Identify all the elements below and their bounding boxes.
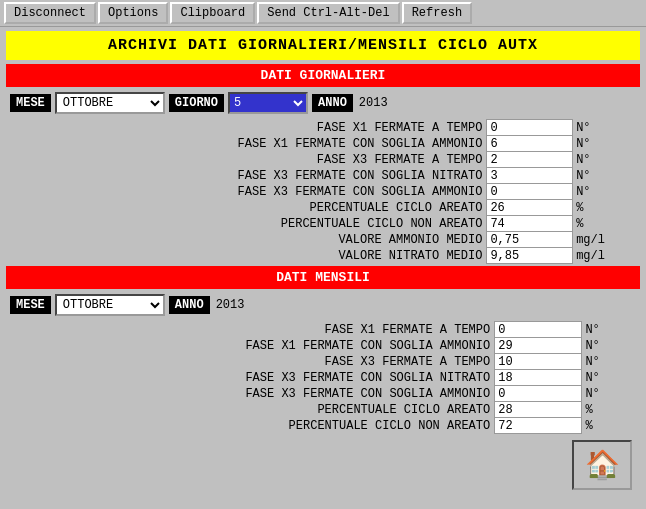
row-label: FASE X1 FERMATE CON SOGLIA AMMONIO: [6, 338, 495, 354]
row-value: 74: [487, 216, 573, 232]
row-unit: %: [573, 216, 640, 232]
table-row: PERCENTUALE CICLO NON AREATO 74 %: [6, 216, 640, 232]
anno-value-g: 2013: [357, 96, 388, 110]
mensili-header: DATI MENSILI: [6, 266, 640, 289]
mese-select-m[interactable]: OTTOBRE GENNAIOFEBBRAIOMARZO APRILEMAGGI…: [55, 294, 165, 316]
giornalieri-section: DATI GIORNALIERI MESE OTTOBRE GENNAIOFEB…: [6, 64, 640, 264]
row-value: 2: [487, 152, 573, 168]
giorno-select[interactable]: 5 1234 678910 1112131415 1617181920 2122…: [228, 92, 308, 114]
row-value: 10: [495, 354, 582, 370]
table-row: PERCENTUALE CICLO AREATO 26 %: [6, 200, 640, 216]
row-label: PERCENTUALE CICLO NON AREATO: [6, 216, 487, 232]
table-row: FASE X1 FERMATE CON SOGLIA AMMONIO 6 N°: [6, 136, 640, 152]
anno-value-m: 2013: [214, 298, 245, 312]
table-row: FASE X1 FERMATE A TEMPO 0 N°: [6, 120, 640, 136]
giornalieri-table: FASE X1 FERMATE A TEMPO 0 N° FASE X1 FER…: [6, 119, 640, 264]
mese-label-g: MESE: [10, 94, 51, 112]
row-unit: N°: [573, 184, 640, 200]
row-label: PERCENTUALE CICLO NON AREATO: [6, 418, 495, 434]
row-value: 72: [495, 418, 582, 434]
row-unit: %: [582, 402, 640, 418]
mensili-section: DATI MENSILI MESE OTTOBRE GENNAIOFEBBRAI…: [6, 266, 640, 434]
table-row: VALORE AMMONIO MEDIO 0,75 mg/l: [6, 232, 640, 248]
row-unit: N°: [582, 322, 640, 338]
row-label: FASE X3 FERMATE A TEMPO: [6, 354, 495, 370]
row-unit: %: [573, 200, 640, 216]
row-unit: N°: [582, 338, 640, 354]
giorno-label: GIORNO: [169, 94, 224, 112]
row-unit: N°: [573, 152, 640, 168]
table-row: FASE X3 FERMATE CON SOGLIA AMMONIO 0 N°: [6, 184, 640, 200]
row-value: 3: [487, 168, 573, 184]
row-unit: mg/l: [573, 248, 640, 264]
row-unit: N°: [582, 370, 640, 386]
row-label: FASE X3 FERMATE CON SOGLIA NITRATO: [6, 370, 495, 386]
row-label: PERCENTUALE CICLO AREATO: [6, 402, 495, 418]
row-label: FASE X3 FERMATE CON SOGLIA AMMONIO: [6, 184, 487, 200]
row-label: VALORE NITRATO MEDIO: [6, 248, 487, 264]
row-unit: N°: [582, 354, 640, 370]
row-value: 0: [487, 184, 573, 200]
row-value: 0: [495, 322, 582, 338]
table-row: FASE X1 FERMATE CON SOGLIA AMMONIO 29 N°: [6, 338, 640, 354]
bottom-area: 🏠: [6, 436, 640, 494]
anno-label-g: ANNO: [312, 94, 353, 112]
clipboard-button[interactable]: Clipboard: [170, 2, 255, 24]
row-label: FASE X3 FERMATE A TEMPO: [6, 152, 487, 168]
row-label: FASE X1 FERMATE CON SOGLIA AMMONIO: [6, 136, 487, 152]
row-value: 26: [487, 200, 573, 216]
row-value: 9,85: [487, 248, 573, 264]
row-label: FASE X1 FERMATE A TEMPO: [6, 120, 487, 136]
table-row: FASE X3 FERMATE CON SOGLIA NITRATO 3 N°: [6, 168, 640, 184]
row-label: FASE X3 FERMATE CON SOGLIA AMMONIO: [6, 386, 495, 402]
table-row: FASE X3 FERMATE CON SOGLIA AMMONIO 0 N°: [6, 386, 640, 402]
row-unit: %: [582, 418, 640, 434]
options-button[interactable]: Options: [98, 2, 168, 24]
table-row: PERCENTUALE CICLO AREATO 28 %: [6, 402, 640, 418]
main-content: ARCHIVI DATI GIORNALIERI/MENSILI CICLO A…: [0, 27, 646, 498]
disconnect-button[interactable]: Disconnect: [4, 2, 96, 24]
row-value: 18: [495, 370, 582, 386]
table-row: PERCENTUALE CICLO NON AREATO 72 %: [6, 418, 640, 434]
table-row: FASE X1 FERMATE A TEMPO 0 N°: [6, 322, 640, 338]
mese-label-m: MESE: [10, 296, 51, 314]
giornalieri-selectors: MESE OTTOBRE GENNAIOFEBBRAIOMARZO APRILE…: [6, 89, 640, 117]
row-unit: N°: [582, 386, 640, 402]
row-value: 28: [495, 402, 582, 418]
refresh-button[interactable]: Refresh: [402, 2, 472, 24]
house-icon-box[interactable]: 🏠: [572, 440, 632, 490]
anno-label-m: ANNO: [169, 296, 210, 314]
row-label: PERCENTUALE CICLO AREATO: [6, 200, 487, 216]
house-icon: 🏠: [585, 448, 620, 482]
row-value: 0,75: [487, 232, 573, 248]
row-value: 0: [495, 386, 582, 402]
row-unit: N°: [573, 120, 640, 136]
row-value: 6: [487, 136, 573, 152]
table-row: FASE X3 FERMATE A TEMPO 2 N°: [6, 152, 640, 168]
row-label: FASE X1 FERMATE A TEMPO: [6, 322, 495, 338]
toolbar: DisconnectOptionsClipboardSend Ctrl-Alt-…: [0, 0, 646, 27]
row-label: VALORE AMMONIO MEDIO: [6, 232, 487, 248]
mese-select-g[interactable]: OTTOBRE GENNAIOFEBBRAIOMARZO APRILEMAGGI…: [55, 92, 165, 114]
mensili-table: FASE X1 FERMATE A TEMPO 0 N° FASE X1 FER…: [6, 321, 640, 434]
main-title: ARCHIVI DATI GIORNALIERI/MENSILI CICLO A…: [6, 31, 640, 60]
mensili-selectors: MESE OTTOBRE GENNAIOFEBBRAIOMARZO APRILE…: [6, 291, 640, 319]
row-value: 29: [495, 338, 582, 354]
table-row: FASE X3 FERMATE A TEMPO 10 N°: [6, 354, 640, 370]
row-value: 0: [487, 120, 573, 136]
table-row: FASE X3 FERMATE CON SOGLIA NITRATO 18 N°: [6, 370, 640, 386]
giornalieri-header: DATI GIORNALIERI: [6, 64, 640, 87]
table-row: VALORE NITRATO MEDIO 9,85 mg/l: [6, 248, 640, 264]
send-ctrl-alt-del-button[interactable]: Send Ctrl-Alt-Del: [257, 2, 399, 24]
row-unit: N°: [573, 168, 640, 184]
row-unit: mg/l: [573, 232, 640, 248]
row-unit: N°: [573, 136, 640, 152]
row-label: FASE X3 FERMATE CON SOGLIA NITRATO: [6, 168, 487, 184]
